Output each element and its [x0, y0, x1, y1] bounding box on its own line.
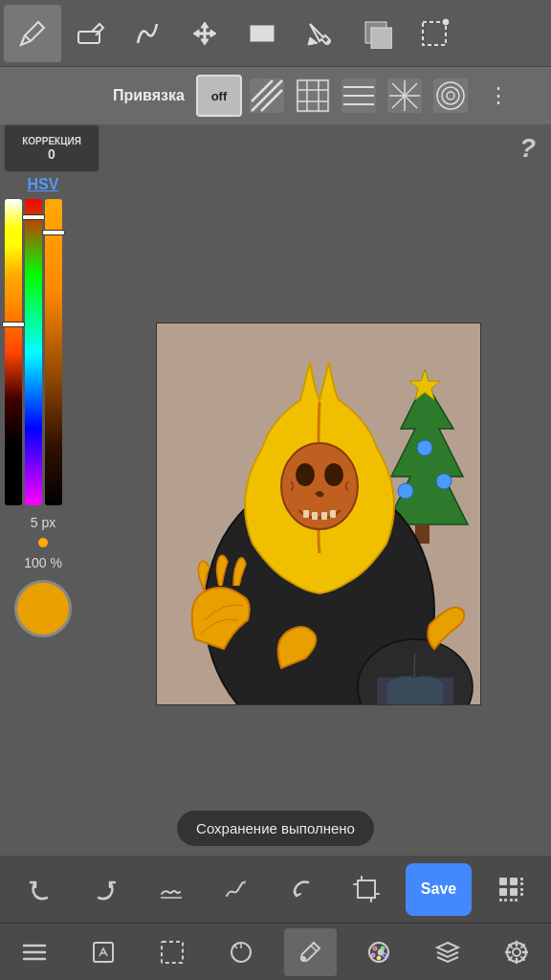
- move-tool-button[interactable]: [176, 5, 233, 62]
- edit-nav-button[interactable]: [77, 928, 130, 976]
- svg-rect-51: [510, 888, 518, 896]
- svg-rect-48: [499, 878, 507, 885]
- svg-point-38: [296, 463, 315, 486]
- select-tool-button[interactable]: [406, 5, 463, 62]
- drawing-canvas[interactable]: [156, 323, 481, 705]
- top-toolbar: [0, 0, 551, 67]
- undo-button[interactable]: [14, 863, 67, 916]
- svg-rect-4: [423, 22, 446, 45]
- opacity-label: 100 %: [24, 555, 62, 570]
- help-icon[interactable]: ?: [519, 133, 536, 164]
- svg-rect-10: [296, 78, 330, 113]
- crop-button[interactable]: [341, 863, 393, 916]
- color-square-button[interactable]: [348, 5, 406, 62]
- svg-rect-43: [330, 510, 336, 518]
- menu-nav-button[interactable]: [9, 928, 61, 976]
- layers-nav-button[interactable]: [422, 928, 474, 976]
- svg-point-73: [377, 956, 381, 960]
- svg-point-32: [417, 440, 432, 456]
- svg-rect-54: [510, 899, 513, 902]
- snap-more-icon: ⋮: [488, 83, 509, 108]
- canvas-area[interactable]: [86, 172, 551, 856]
- snap-horizontal-button[interactable]: [338, 75, 380, 117]
- shape-nav-button[interactable]: [215, 928, 268, 976]
- svg-rect-3: [371, 28, 392, 49]
- snap-grid-button[interactable]: [292, 75, 334, 117]
- value-slider[interactable]: [45, 199, 62, 505]
- svg-point-5: [443, 19, 449, 25]
- bottom-action-bar: Save: [0, 856, 551, 923]
- saturation-slider[interactable]: [25, 199, 42, 505]
- bottom-nav-bar: [0, 923, 551, 980]
- svg-point-39: [324, 463, 343, 486]
- save-button[interactable]: Save: [406, 863, 472, 916]
- svg-rect-47: [358, 880, 375, 898]
- current-color-swatch[interactable]: [14, 580, 72, 637]
- snap-more-button[interactable]: ⋮: [475, 75, 518, 117]
- size-label: 5 px: [31, 515, 55, 530]
- erase-stroke-button[interactable]: [144, 863, 197, 916]
- brush-size-dot: [38, 538, 48, 547]
- svg-rect-0: [78, 32, 99, 43]
- pen-input-button[interactable]: [209, 863, 262, 916]
- svg-rect-59: [520, 893, 523, 896]
- eraser-tool-button[interactable]: [61, 5, 119, 62]
- snap-label: Привязка: [113, 87, 185, 104]
- correction-box[interactable]: КОРРЕКЦИЯ 0: [4, 124, 99, 172]
- svg-rect-49: [510, 878, 518, 885]
- fill-tool-button[interactable]: [291, 5, 348, 62]
- pencil-tool-button[interactable]: [4, 5, 61, 62]
- svg-rect-58: [520, 888, 523, 891]
- svg-point-70: [373, 947, 377, 950]
- snap-bar: КОРРЕКЦИЯ 0 Привязка off: [0, 67, 551, 124]
- svg-point-76: [513, 948, 520, 956]
- svg-rect-25: [433, 78, 468, 113]
- redo-button[interactable]: [79, 863, 132, 916]
- snap-circle-button[interactable]: [430, 75, 472, 117]
- svg-point-34: [398, 483, 413, 499]
- svg-rect-55: [515, 899, 518, 902]
- svg-rect-41: [312, 512, 318, 520]
- hue-slider[interactable]: [5, 199, 22, 505]
- notification-text: Сохранение выполнено: [196, 820, 355, 836]
- rectangle-tool-button[interactable]: [233, 5, 291, 62]
- snap-off-button[interactable]: off: [196, 75, 242, 117]
- svg-rect-63: [94, 943, 113, 962]
- svg-point-33: [436, 474, 452, 489]
- palette-nav-button[interactable]: [353, 928, 406, 976]
- svg-point-74: [371, 953, 375, 957]
- svg-point-75: [378, 949, 384, 955]
- svg-rect-42: [321, 512, 327, 520]
- save-label: Save: [421, 880, 456, 898]
- left-panel: HSV 5 px 100 %: [0, 172, 86, 641]
- select-nav-button[interactable]: [146, 928, 199, 976]
- svg-rect-65: [162, 942, 183, 963]
- save-notification: Сохранение выполнено: [177, 811, 374, 846]
- color-sliders: [5, 199, 81, 505]
- svg-rect-52: [499, 899, 502, 902]
- snap-diagonal-button[interactable]: [246, 75, 288, 117]
- snap-radial-button[interactable]: [384, 75, 426, 117]
- hsv-label[interactable]: HSV: [28, 176, 59, 193]
- svg-rect-50: [499, 888, 507, 896]
- svg-rect-40: [303, 510, 309, 518]
- svg-rect-1: [251, 26, 274, 41]
- svg-rect-53: [504, 899, 507, 902]
- grid-button[interactable]: [484, 863, 537, 916]
- curve-tool-button[interactable]: [119, 5, 176, 62]
- curve-back-button[interactable]: [275, 863, 327, 916]
- correction-label: КОРРЕКЦИЯ: [22, 136, 81, 146]
- svg-point-68: [301, 956, 306, 961]
- settings-nav-button[interactable]: [491, 928, 543, 976]
- snap-off-label: off: [211, 89, 228, 103]
- brush-nav-button[interactable]: [284, 928, 337, 976]
- correction-value: 0: [48, 146, 55, 162]
- svg-rect-56: [520, 878, 523, 880]
- svg-rect-57: [520, 882, 523, 885]
